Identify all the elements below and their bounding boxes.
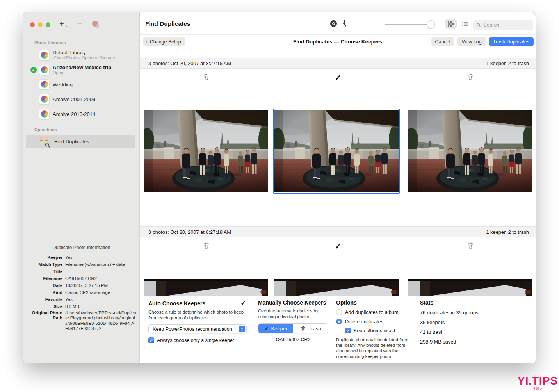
find-duplicates-icon	[39, 136, 50, 147]
info-row: Date10/20/07, 3:27:15 PM	[27, 282, 136, 289]
selected-photo-filename: OA9T5007.CR2	[258, 337, 328, 342]
duplicate-photo[interactable]	[144, 110, 268, 192]
duplicate-photo-information-panel: Duplicate Photo Information KeeperYes Ma…	[23, 242, 139, 363]
stat-to-trash: 41 to trash	[420, 329, 532, 335]
keeper-status-icon[interactable]: ✓	[329, 242, 347, 251]
info-row: FavoriteYes	[27, 296, 136, 303]
search-icon	[476, 23, 481, 27]
cancel-button[interactable]: Cancel	[431, 37, 454, 46]
stat-saved: 298.9 MB saved	[420, 339, 532, 345]
merge-libraries-icon[interactable]	[92, 20, 100, 28]
library-name: Default Library	[53, 50, 115, 55]
library-name: Archive 2001-2009	[53, 96, 95, 102]
photos-library-icon	[39, 65, 50, 75]
duplicate-photo[interactable]	[408, 110, 532, 192]
person-icon	[342, 20, 348, 29]
photos-library-icon	[39, 50, 50, 61]
check-icon: ✓	[264, 325, 269, 331]
search-input[interactable]	[483, 22, 526, 28]
keeper-segment[interactable]: ✓ Keeper	[258, 324, 293, 333]
thumbnail-size-slider[interactable]	[385, 24, 427, 25]
trash-status-icon[interactable]	[198, 73, 215, 82]
library-name: Wedding	[53, 82, 73, 87]
delete-duplicates-radio-row[interactable]: Delete duplicates	[336, 319, 412, 324]
list-view-button[interactable]	[460, 19, 471, 29]
trash-status-icon[interactable]	[198, 242, 215, 251]
options-title: Options	[336, 299, 357, 306]
sidebar-item-arizona-library[interactable]: ✓ Arizona/New Mexico trip Open	[39, 62, 136, 77]
sidebar-item-archive-2001-library[interactable]: Archive 2001-2009	[39, 93, 136, 105]
grid-view-button[interactable]	[445, 19, 457, 29]
watermark: YI.TIPS 小提示	[518, 375, 558, 390]
auto-title: Auto Choose Keepers	[148, 300, 205, 306]
trash-icon	[300, 326, 306, 331]
info-row: KindCanon CR2 raw image	[27, 289, 136, 296]
trash-status-icon[interactable]	[462, 73, 479, 82]
radio-unselected[interactable]	[336, 309, 342, 315]
close-window-button[interactable]	[30, 22, 35, 27]
operation-label: Find Duplicates	[54, 139, 89, 144]
main-area: Find Duplicates − +	[140, 12, 536, 363]
check-icon: ✓	[241, 299, 246, 307]
sidebar-toolbar: + ⌄ −	[59, 20, 100, 29]
sidebar-item-default-library[interactable]: Default Library iCloud Photos, Optimize …	[39, 48, 136, 62]
section-photo-libraries: Photo Libraries	[34, 40, 66, 45]
keeper-status-icon[interactable]: ✓	[329, 73, 347, 82]
duplicate-photo-selected[interactable]	[274, 110, 399, 192]
info-row: Original Photo Path/Users/bwebster/PPTes…	[27, 310, 136, 331]
library-subtitle: iCloud Photos, Optimize Storage	[53, 55, 115, 61]
dropdown-value: Keep PowerPhotos recommendation	[153, 326, 232, 332]
auto-choose-keepers-section: Auto Choose Keepers ✓ Choose a rule to d…	[140, 296, 254, 363]
sidebar-item-wedding-library[interactable]: Wedding	[39, 78, 136, 90]
info-row: Match TypeFilename (w/variations) + date	[27, 261, 136, 268]
remove-library-button[interactable]: −	[77, 20, 82, 29]
add-duplicates-radio-row[interactable]: Add duplicates to album	[336, 309, 412, 315]
library-open-check-icon: ✓	[30, 67, 37, 73]
group-header: 3 photos: Oct 20, 2007 at 8:27:18 AM 1 k…	[140, 226, 536, 237]
duplicate-photo[interactable]	[274, 279, 399, 296]
duplicate-photo[interactable]	[144, 279, 268, 296]
search-field[interactable]	[473, 20, 533, 30]
sidebar-item-archive-2010-library[interactable]: Archive 2010-2014	[39, 108, 136, 120]
radio-selected[interactable]	[336, 319, 342, 324]
view-log-button[interactable]: View Log	[457, 37, 486, 46]
zoom-in-icon[interactable]: +	[436, 21, 440, 27]
keep-albums-checkbox-row[interactable]: ✓ Keep albums intact	[345, 328, 412, 333]
trash-segment[interactable]: Trash	[293, 324, 328, 333]
stepper-icon	[239, 326, 245, 332]
stats-section: Stats 76 duplicates in 35 groups 35 keep…	[416, 296, 536, 363]
sidebar: + ⌄ − Photo Libraries Default Library iC…	[23, 12, 140, 363]
checkbox-checked[interactable]: ✓	[148, 337, 154, 343]
zoom-window-button[interactable]	[46, 22, 50, 27]
choose-keepers-header: ‹ Change Setup Find Duplicates — Choose …	[140, 34, 536, 58]
bottom-panel: Auto Choose Keepers ✓ Choose a rule to d…	[140, 296, 536, 363]
duplicate-photo[interactable]	[408, 279, 532, 296]
info-row: FilenameOA9T5007.CR2	[27, 275, 136, 282]
info-row: Size8.0 MB	[27, 303, 136, 310]
stat-keepers: 35 keepers	[420, 319, 532, 325]
info-row: Title	[27, 268, 136, 275]
minimize-window-button[interactable]	[38, 22, 43, 27]
manual-description: Override automatic choices by selecting …	[258, 308, 325, 319]
zoom-out-icon[interactable]: −	[378, 21, 381, 27]
watermark-subtitle: 小提示	[533, 386, 542, 390]
stats-title: Stats	[420, 299, 433, 306]
library-name: Arizona/New Mexico trip	[53, 64, 111, 70]
manual-title: Manually Choose Keepers	[258, 299, 326, 306]
add-library-button[interactable]: +	[59, 20, 64, 29]
chevron-down-icon[interactable]: ⌄	[65, 23, 68, 27]
group-label: 3 photos: Oct 20, 2007 at 8:27:15 AM	[148, 61, 231, 66]
checkbox-checked[interactable]: ✓	[345, 328, 351, 333]
photos-library-icon	[39, 109, 50, 119]
trash-status-icon[interactable]	[462, 242, 479, 251]
photos-library-icon	[39, 94, 50, 105]
keeper-rule-dropdown[interactable]: Keep PowerPhotos recommendation	[148, 324, 247, 333]
photos-library-icon	[39, 79, 50, 90]
slider-knob[interactable]	[427, 20, 435, 29]
sidebar-item-find-duplicates[interactable]: Find Duplicates	[26, 135, 135, 148]
trash-duplicates-button[interactable]: Trash Duplicates	[489, 37, 534, 46]
info-row: KeeperYes	[27, 254, 136, 261]
options-section: Options Add duplicates to album Delete d…	[332, 296, 416, 363]
window-controls	[30, 22, 50, 27]
single-keeper-checkbox-row[interactable]: ✓ Always choose only a single keeper	[148, 337, 247, 343]
